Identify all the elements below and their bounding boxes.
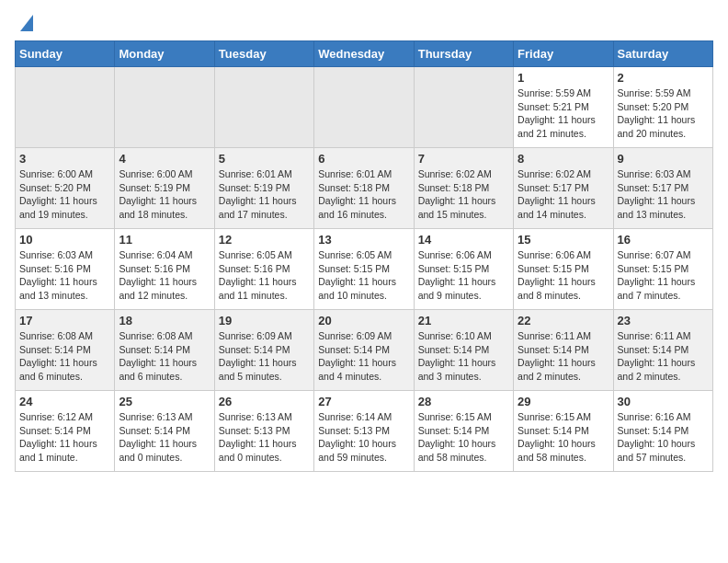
table-row: 15Sunrise: 6:06 AM Sunset: 5:15 PM Dayli… [514,229,613,310]
day-info: Sunrise: 5:59 AM Sunset: 5:21 PM Dayligh… [518,86,609,141]
table-row: 10Sunrise: 6:03 AM Sunset: 5:16 PM Dayli… [16,229,115,310]
day-info: Sunrise: 6:05 AM Sunset: 5:15 PM Dayligh… [318,248,409,303]
day-info: Sunrise: 6:01 AM Sunset: 5:19 PM Dayligh… [219,167,310,222]
week-row-3: 10Sunrise: 6:03 AM Sunset: 5:16 PM Dayli… [16,229,713,310]
header-thursday: Thursday [414,41,513,67]
calendar-header-row: SundayMondayTuesdayWednesdayThursdayFrid… [16,41,713,67]
table-row [115,67,214,148]
table-row: 2Sunrise: 5:59 AM Sunset: 5:20 PM Daylig… [613,67,712,148]
day-info: Sunrise: 6:09 AM Sunset: 5:14 PM Dayligh… [219,329,310,384]
day-info: Sunrise: 6:00 AM Sunset: 5:20 PM Dayligh… [19,167,110,222]
day-number: 2 [618,71,709,85]
day-number: 4 [119,152,210,166]
day-number: 25 [119,395,210,408]
header-friday: Friday [514,41,613,67]
day-info: Sunrise: 6:11 AM Sunset: 5:14 PM Dayligh… [618,329,709,384]
day-info: Sunrise: 6:03 AM Sunset: 5:17 PM Dayligh… [618,167,709,222]
table-row: 8Sunrise: 6:02 AM Sunset: 5:17 PM Daylig… [514,148,613,229]
day-info: Sunrise: 6:01 AM Sunset: 5:18 PM Dayligh… [318,167,409,222]
day-info: Sunrise: 6:13 AM Sunset: 5:14 PM Dayligh… [119,410,210,465]
table-row [214,67,313,148]
table-row: 25Sunrise: 6:13 AM Sunset: 5:14 PM Dayli… [115,391,214,472]
day-info: Sunrise: 6:16 AM Sunset: 5:14 PM Dayligh… [618,410,709,465]
day-number: 22 [518,314,609,327]
table-row: 7Sunrise: 6:02 AM Sunset: 5:18 PM Daylig… [414,148,513,229]
day-number: 28 [418,395,509,408]
table-row: 18Sunrise: 6:08 AM Sunset: 5:14 PM Dayli… [115,310,214,391]
day-number: 27 [318,395,409,408]
day-number: 17 [19,314,110,327]
day-info: Sunrise: 6:06 AM Sunset: 5:15 PM Dayligh… [518,248,609,303]
table-row: 6Sunrise: 6:01 AM Sunset: 5:18 PM Daylig… [314,148,414,229]
day-number: 23 [618,314,709,327]
day-number: 10 [19,233,110,247]
day-info: Sunrise: 6:05 AM Sunset: 5:16 PM Dayligh… [219,248,310,303]
table-row: 17Sunrise: 6:08 AM Sunset: 5:14 PM Dayli… [16,310,115,391]
day-info: Sunrise: 6:12 AM Sunset: 5:14 PM Dayligh… [19,410,110,465]
header-sunday: Sunday [16,41,115,67]
day-number: 12 [219,233,310,247]
week-row-4: 17Sunrise: 6:08 AM Sunset: 5:14 PM Dayli… [16,310,713,391]
table-row [16,67,115,148]
day-number: 14 [418,233,509,247]
day-info: Sunrise: 6:14 AM Sunset: 5:13 PM Dayligh… [318,410,409,465]
table-row: 3Sunrise: 6:00 AM Sunset: 5:20 PM Daylig… [16,148,115,229]
week-row-1: 1Sunrise: 5:59 AM Sunset: 5:21 PM Daylig… [16,67,713,148]
header-tuesday: Tuesday [214,41,313,67]
table-row: 13Sunrise: 6:05 AM Sunset: 5:15 PM Dayli… [314,229,414,310]
header-saturday: Saturday [613,41,712,67]
table-row: 9Sunrise: 6:03 AM Sunset: 5:17 PM Daylig… [613,148,712,229]
day-number: 18 [119,314,210,327]
day-number: 6 [318,152,409,166]
day-info: Sunrise: 6:09 AM Sunset: 5:14 PM Dayligh… [318,329,409,384]
table-row: 27Sunrise: 6:14 AM Sunset: 5:13 PM Dayli… [314,391,414,472]
table-row: 11Sunrise: 6:04 AM Sunset: 5:16 PM Dayli… [115,229,214,310]
table-row: 16Sunrise: 6:07 AM Sunset: 5:15 PM Dayli… [613,229,712,310]
day-number: 1 [518,71,609,85]
day-info: Sunrise: 6:03 AM Sunset: 5:16 PM Dayligh… [19,248,110,303]
week-row-2: 3Sunrise: 6:00 AM Sunset: 5:20 PM Daylig… [16,148,713,229]
day-info: Sunrise: 6:08 AM Sunset: 5:14 PM Dayligh… [19,329,110,384]
table-row [414,67,513,148]
week-row-5: 24Sunrise: 6:12 AM Sunset: 5:14 PM Dayli… [16,391,713,472]
table-row: 28Sunrise: 6:15 AM Sunset: 5:14 PM Dayli… [414,391,513,472]
table-row: 21Sunrise: 6:10 AM Sunset: 5:14 PM Dayli… [414,310,513,391]
day-info: Sunrise: 6:04 AM Sunset: 5:16 PM Dayligh… [119,248,210,303]
table-row: 22Sunrise: 6:11 AM Sunset: 5:14 PM Dayli… [514,310,613,391]
day-info: Sunrise: 6:15 AM Sunset: 5:14 PM Dayligh… [518,410,609,465]
day-number: 15 [518,233,609,247]
logo-arrow-icon [20,15,33,31]
day-number: 30 [618,395,709,408]
table-row: 5Sunrise: 6:01 AM Sunset: 5:19 PM Daylig… [214,148,313,229]
day-info: Sunrise: 6:02 AM Sunset: 5:18 PM Dayligh… [418,167,509,222]
header-monday: Monday [115,41,214,67]
day-info: Sunrise: 6:07 AM Sunset: 5:15 PM Dayligh… [618,248,709,303]
day-info: Sunrise: 5:59 AM Sunset: 5:20 PM Dayligh… [618,86,709,141]
day-number: 7 [418,152,509,166]
day-number: 24 [19,395,110,408]
day-number: 3 [19,152,110,166]
day-info: Sunrise: 6:02 AM Sunset: 5:17 PM Dayligh… [518,167,609,222]
day-number: 8 [518,152,609,166]
table-row: 1Sunrise: 5:59 AM Sunset: 5:21 PM Daylig… [514,67,613,148]
day-info: Sunrise: 6:00 AM Sunset: 5:19 PM Dayligh… [119,167,210,222]
table-row: 30Sunrise: 6:16 AM Sunset: 5:14 PM Dayli… [613,391,712,472]
table-row: 20Sunrise: 6:09 AM Sunset: 5:14 PM Dayli… [314,310,414,391]
table-row: 12Sunrise: 6:05 AM Sunset: 5:16 PM Dayli… [214,229,313,310]
day-number: 29 [518,395,609,408]
table-row: 24Sunrise: 6:12 AM Sunset: 5:14 PM Dayli… [16,391,115,472]
table-row: 29Sunrise: 6:15 AM Sunset: 5:14 PM Dayli… [514,391,613,472]
day-number: 19 [219,314,310,327]
table-row: 19Sunrise: 6:09 AM Sunset: 5:14 PM Dayli… [214,310,313,391]
calendar-table: SundayMondayTuesdayWednesdayThursdayFrid… [15,40,713,472]
day-number: 16 [618,233,709,247]
day-info: Sunrise: 6:15 AM Sunset: 5:14 PM Dayligh… [418,410,509,465]
day-number: 11 [119,233,210,247]
day-info: Sunrise: 6:10 AM Sunset: 5:14 PM Dayligh… [418,329,509,384]
day-number: 26 [219,395,310,408]
day-info: Sunrise: 6:13 AM Sunset: 5:13 PM Dayligh… [219,410,310,465]
table-row: 14Sunrise: 6:06 AM Sunset: 5:15 PM Dayli… [414,229,513,310]
header-wednesday: Wednesday [314,41,414,67]
table-row: 23Sunrise: 6:11 AM Sunset: 5:14 PM Dayli… [613,310,712,391]
day-number: 13 [318,233,409,247]
